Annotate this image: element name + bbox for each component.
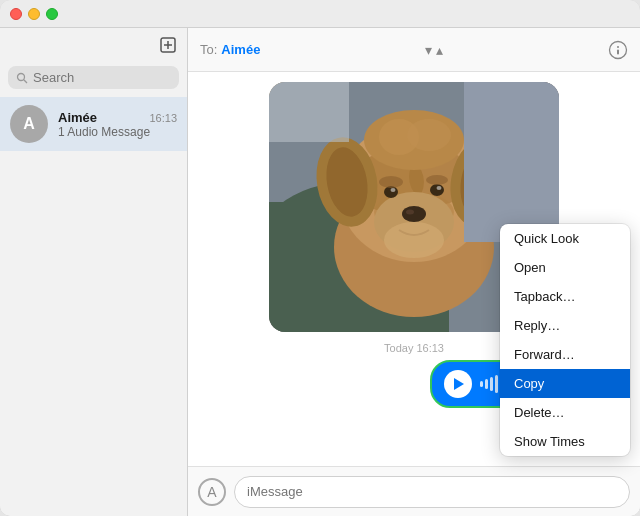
context-menu-item-show-times[interactable]: Show Times	[500, 427, 630, 456]
avatar: A	[10, 105, 48, 143]
chat-area: To: Aimée ▾ ▴	[188, 28, 640, 516]
waveform-bar	[490, 377, 493, 391]
svg-line-4	[24, 79, 27, 82]
search-icon	[16, 72, 28, 84]
context-menu-item-open[interactable]: Open	[500, 253, 630, 282]
context-menu-item-quick-look[interactable]: Quick Look	[500, 224, 630, 253]
conversation-info: Aimée 16:13 1 Audio Message	[58, 110, 177, 139]
search-bar[interactable]	[8, 66, 179, 89]
play-button[interactable]	[444, 370, 472, 398]
traffic-lights	[10, 8, 58, 20]
conversation-time: 16:13	[149, 112, 177, 124]
chat-input-area: A	[188, 466, 640, 516]
context-menu-item-copy[interactable]: Copy	[500, 369, 630, 398]
conversation-preview: 1 Audio Message	[58, 125, 177, 139]
svg-rect-7	[617, 49, 619, 54]
chat-header: To: Aimée ▾ ▴	[188, 28, 640, 72]
svg-point-21	[391, 188, 396, 192]
to-label: To:	[200, 42, 217, 57]
context-menu-item-reply-[interactable]: Reply…	[500, 311, 630, 340]
context-menu-item-tapback-[interactable]: Tapback…	[500, 282, 630, 311]
svg-point-24	[426, 175, 448, 185]
svg-rect-34	[269, 82, 349, 142]
app-store-icon: A	[207, 484, 216, 500]
conversation-item[interactable]: A Aimée 16:13 1 Audio Message	[0, 97, 187, 151]
play-icon	[454, 378, 464, 390]
waveform-bar	[485, 379, 488, 389]
nav-down-arrow[interactable]: ▾	[425, 42, 432, 58]
svg-point-22	[437, 186, 442, 190]
svg-point-17	[402, 206, 426, 222]
context-menu: Quick LookOpenTapback…Reply…Forward…Copy…	[500, 224, 630, 456]
maximize-button[interactable]	[46, 8, 58, 20]
info-button[interactable]	[608, 40, 628, 60]
minimize-button[interactable]	[28, 8, 40, 20]
context-menu-item-delete-[interactable]: Delete…	[500, 398, 630, 427]
svg-rect-33	[464, 82, 559, 242]
sidebar-top	[0, 28, 187, 62]
app-store-button[interactable]: A	[198, 478, 226, 506]
search-input[interactable]	[33, 70, 171, 85]
svg-point-3	[18, 73, 25, 80]
close-button[interactable]	[10, 8, 22, 20]
svg-point-18	[406, 210, 414, 215]
titlebar	[0, 0, 640, 28]
compose-button[interactable]	[159, 36, 177, 54]
message-input[interactable]	[234, 476, 630, 508]
main-container: A Aimée 16:13 1 Audio Message To: Aimée	[0, 28, 640, 516]
svg-point-6	[617, 46, 619, 48]
svg-point-23	[379, 176, 403, 188]
conversation-name: Aimée	[58, 110, 97, 125]
nav-up-arrow[interactable]: ▴	[436, 42, 443, 58]
chat-nav-arrows: ▾ ▴	[425, 42, 443, 58]
messages-window: A Aimée 16:13 1 Audio Message To: Aimée	[0, 0, 640, 516]
waveform-bar	[495, 375, 498, 393]
svg-point-20	[430, 184, 444, 196]
context-menu-item-forward-[interactable]: Forward…	[500, 340, 630, 369]
sidebar: A Aimée 16:13 1 Audio Message	[0, 28, 188, 516]
svg-point-32	[384, 222, 444, 258]
chat-recipient: Aimée	[221, 42, 260, 57]
svg-point-31	[407, 119, 451, 151]
waveform-bar	[480, 381, 483, 387]
